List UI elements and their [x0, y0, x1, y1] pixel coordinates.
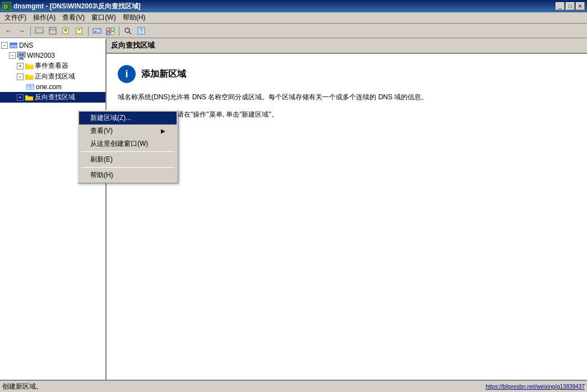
menu-view[interactable]: 查看(V) [59, 12, 88, 23]
status-bar: 创建新区域。 https://bitpresbn.net/weixing/q13… [0, 380, 587, 392]
tree-node-reverse-zone[interactable]: + 反向查找区域 [0, 92, 105, 103]
toolbar-btn7[interactable] [122, 25, 134, 36]
dns-icon: DNS [9, 41, 18, 50]
svg-text:≡: ≡ [94, 30, 96, 34]
toolbar-btn6[interactable] [104, 25, 117, 36]
svg-rect-15 [107, 32, 110, 35]
panel-content: i 添加新区域 域名称系统(DNS)允许将 DNS 名称空间分成区域。每个区域存… [107, 54, 587, 380]
ctx-new-zone-label: 新建区域(Z)... [90, 113, 131, 123]
info-icon: i [118, 65, 136, 83]
window-title: dnsmgmt - [DNS\WIN2003\反向查找区域] [13, 2, 141, 11]
ctx-new-zone[interactable]: 新建区域(Z)... [79, 112, 177, 124]
tree-node-forward-zone[interactable]: − 正向查找区域 [0, 71, 105, 82]
menu-file[interactable]: 文件(F) [1, 12, 30, 23]
tree-label-dns: DNS [19, 41, 33, 49]
svg-rect-16 [111, 32, 114, 35]
svg-rect-9 [76, 28, 82, 34]
zone-icon-one-com [26, 82, 35, 91]
main-container: − DNS DNS − WIN2003 + 事件查看器 − [0, 38, 587, 380]
panel-instruction: 要在 反向查找区域, 请在"操作"菜单, 单击"新建区域"。 [118, 109, 576, 120]
svg-rect-26 [19, 59, 24, 59]
tree-label-one-com: one.com [36, 83, 62, 91]
toolbar-sep2 [88, 26, 89, 36]
expander-event-viewer[interactable]: + [17, 63, 24, 70]
panel-description: 域名称系统(DNS)允许将 DNS 名称空间分成区域。每个区域存储有关一个或多个… [118, 92, 576, 103]
svg-text:D: D [4, 4, 8, 10]
svg-rect-25 [20, 58, 23, 59]
menu-window[interactable]: 窗口(W) [88, 12, 119, 23]
minimize-button[interactable]: _ [556, 2, 565, 10]
svg-rect-24 [19, 53, 24, 56]
toolbar-sep1 [30, 26, 31, 36]
expander-reverse-zone[interactable]: + [17, 94, 24, 101]
tree-label-reverse-zone: 反向查找区域 [35, 93, 75, 102]
svg-rect-3 [35, 27, 43, 29]
svg-rect-4 [49, 27, 56, 34]
context-menu: 新建区域(Z)... 查看(V) ▶ 从这里创建窗口(W) 刷新(E) 帮助(H… [77, 110, 178, 183]
svg-rect-13 [107, 28, 110, 31]
toolbar-btn2[interactable] [47, 25, 59, 36]
tree-node-one-com[interactable]: one.com [0, 82, 105, 92]
status-text: 创建新区域。 [2, 382, 486, 391]
maximize-button[interactable]: □ [566, 2, 575, 10]
svg-text:?: ? [140, 28, 143, 34]
tree-label-event-viewer: 事件查看器 [35, 61, 68, 71]
computer-icon [17, 51, 26, 60]
toolbar-sep3 [119, 26, 119, 36]
tree-label-win2003: WIN2003 [27, 52, 55, 59]
toolbar-btn8[interactable]: ? [135, 25, 147, 36]
svg-text:DNS: DNS [10, 44, 18, 49]
ctx-refresh-label: 刷新(E) [90, 155, 113, 164]
add-zone-section: i 添加新区域 [118, 65, 576, 83]
toolbar-btn5[interactable]: ≡ [91, 25, 103, 36]
ctx-help[interactable]: 帮助(H) [79, 169, 177, 182]
ctx-view-arrow: ▶ [161, 128, 165, 134]
panel-header: 反向查找区域 [107, 38, 587, 54]
folder-icon-forward [25, 72, 34, 81]
menu-action[interactable]: 操作(A) [30, 12, 59, 23]
svg-point-17 [125, 28, 130, 33]
menu-help[interactable]: 帮助(H) [119, 12, 149, 23]
status-url: https://bitpresbn.net/weixing/q13839437 [486, 384, 585, 390]
right-panel: 反向查找区域 i 添加新区域 域名称系统(DNS)允许将 DNS 名称空间分成区… [107, 38, 587, 380]
toolbar-btn4[interactable] [73, 25, 86, 36]
ctx-separator-1 [81, 151, 174, 152]
expander-forward-zone[interactable]: − [17, 73, 24, 80]
title-bar-buttons: _ □ ✕ [556, 2, 585, 10]
ctx-refresh[interactable]: 刷新(E) [79, 153, 177, 166]
folder-icon-reverse [25, 93, 34, 102]
close-button[interactable]: ✕ [576, 2, 585, 10]
ctx-help-label: 帮助(H) [90, 170, 113, 180]
toolbar-back[interactable]: ← [2, 25, 15, 36]
folder-icon-event [25, 62, 34, 71]
add-zone-heading: 添加新区域 [141, 68, 186, 80]
svg-rect-14 [111, 28, 114, 31]
sidebar: − DNS DNS − WIN2003 + 事件查看器 − [0, 38, 107, 380]
expander-dns[interactable]: − [1, 42, 8, 49]
toolbar-btn3[interactable] [60, 25, 72, 36]
expander-win2003[interactable]: − [9, 52, 16, 59]
title-bar: D dnsmgmt - [DNS\WIN2003\反向查找区域] _ □ ✕ [0, 0, 587, 12]
tree-node-dns[interactable]: − DNS DNS [0, 40, 105, 50]
tree-node-event-viewer[interactable]: + 事件查看器 [0, 61, 105, 71]
toolbar-up[interactable] [33, 25, 45, 36]
tree-node-win2003[interactable]: − WIN2003 [0, 50, 105, 61]
ctx-view[interactable]: 查看(V) ▶ [79, 124, 177, 137]
app-icon: D [2, 2, 11, 11]
ctx-create-window-label: 从这里创建窗口(W) [90, 139, 148, 149]
ctx-create-window[interactable]: 从这里创建窗口(W) [79, 137, 177, 150]
tree-label-forward-zone: 正向查找区域 [35, 72, 75, 81]
ctx-separator-2 [81, 167, 174, 168]
ctx-view-label: 查看(V) [90, 126, 113, 136]
toolbar-forward[interactable]: → [16, 25, 28, 36]
toolbar: ← → ≡ ? [0, 24, 587, 38]
svg-line-18 [129, 32, 131, 34]
menu-bar: 文件(F) 操作(A) 查看(V) 窗口(W) 帮助(H) [0, 12, 587, 24]
